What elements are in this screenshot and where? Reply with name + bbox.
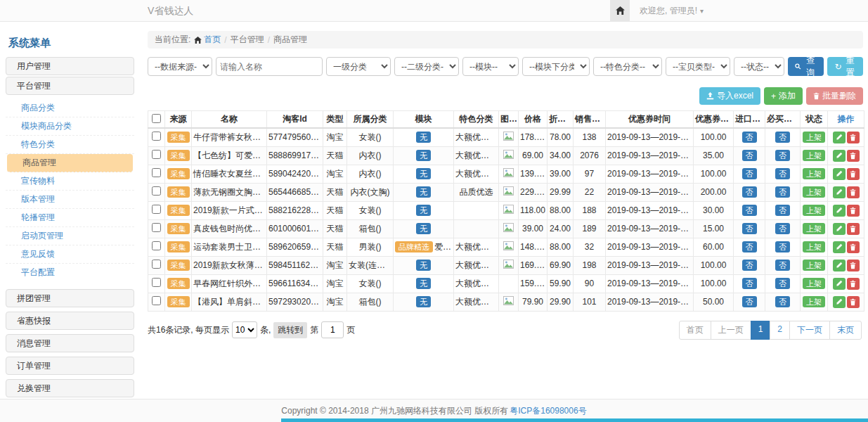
delete-button[interactable] (847, 168, 860, 180)
edit-button[interactable] (833, 260, 846, 271)
row-checkbox[interactable] (152, 278, 161, 287)
level2-select[interactable]: --二级分类-- (394, 57, 459, 76)
batch-delete-button[interactable]: 批量删除 (806, 87, 863, 105)
status-badge[interactable]: 上架 (803, 278, 825, 289)
add-button[interactable]: + 添加 (764, 87, 803, 105)
home-button[interactable] (610, 0, 630, 21)
delete-button[interactable] (847, 150, 860, 162)
sidebar-group[interactable]: 用户管理 (6, 57, 134, 75)
page-button[interactable]: 2 (770, 321, 790, 340)
row-checkbox[interactable] (152, 205, 161, 214)
module-badge[interactable]: 无 (416, 168, 431, 179)
module-badge[interactable]: 无 (416, 205, 431, 216)
row-checkbox[interactable] (152, 223, 161, 232)
import-select-badge[interactable]: 否 (742, 168, 757, 179)
import-select-badge[interactable]: 否 (742, 150, 757, 161)
status-badge[interactable]: 上架 (803, 205, 825, 216)
edit-button[interactable] (833, 132, 846, 143)
sidebar-group[interactable]: 兑换管理 (6, 379, 134, 397)
row-checkbox[interactable] (152, 168, 161, 177)
must-buy-badge[interactable]: 否 (775, 168, 790, 179)
search-button[interactable]: 查询 (788, 57, 824, 76)
module-badge[interactable]: 无 (416, 186, 431, 198)
sidebar-sublink[interactable]: 宣传物料 (6, 172, 134, 191)
edit-button[interactable] (833, 205, 846, 217)
import-select-badge[interactable]: 否 (742, 260, 757, 271)
delete-button[interactable] (847, 296, 860, 308)
module-sub-select[interactable]: --模块下分类-- (522, 57, 590, 76)
page-button[interactable]: 1 (751, 321, 771, 340)
import-select-badge[interactable]: 否 (742, 241, 757, 252)
must-buy-badge[interactable]: 否 (775, 186, 790, 198)
page-button[interactable]: 上一页 (711, 321, 751, 340)
status-badge[interactable]: 上架 (803, 241, 825, 252)
module-badge[interactable]: 无 (416, 150, 431, 161)
edit-button[interactable] (833, 278, 846, 290)
sidebar-group[interactable]: 订单管理 (6, 357, 134, 375)
status-badge[interactable]: 上架 (803, 296, 825, 307)
status-badge[interactable]: 上架 (803, 150, 825, 161)
status-badge[interactable]: 上架 (803, 168, 825, 179)
edit-button[interactable] (833, 168, 846, 180)
icp-link[interactable]: 粤ICP备16098006号 (510, 405, 586, 417)
item-type-select[interactable]: --宝贝类型-- (666, 57, 730, 76)
import-select-badge[interactable]: 否 (742, 186, 757, 198)
row-checkbox[interactable] (152, 150, 161, 159)
reset-button[interactable]: ↻ 重置 (827, 57, 863, 76)
status-select[interactable]: --状态-- (734, 57, 784, 76)
sidebar-group[interactable]: 平台管理 (6, 77, 134, 95)
edit-button[interactable] (833, 150, 846, 162)
must-buy-badge[interactable]: 否 (775, 132, 790, 143)
jump-to-button[interactable]: 跳转到 (273, 322, 307, 338)
must-buy-badge[interactable]: 否 (775, 150, 790, 161)
name-input[interactable] (216, 57, 323, 76)
must-buy-badge[interactable]: 否 (775, 241, 790, 252)
sidebar-group[interactable]: 拼团管理 (6, 289, 134, 307)
delete-button[interactable] (847, 132, 860, 143)
delete-button[interactable] (847, 205, 860, 217)
must-buy-badge[interactable]: 否 (775, 296, 790, 307)
breadcrumb-home-link[interactable]: 首页 (204, 34, 221, 46)
edit-button[interactable] (833, 296, 846, 308)
select-all-checkbox[interactable] (152, 114, 161, 123)
delete-button[interactable] (847, 278, 860, 290)
import-excel-button[interactable]: 导入excel (699, 87, 760, 105)
sidebar-sublink[interactable]: 启动页管理 (6, 227, 134, 245)
module-badge[interactable]: 无 (416, 296, 431, 307)
page-button[interactable]: 末页 (829, 321, 862, 340)
data-source-select[interactable]: --数据来源-- (148, 57, 212, 76)
delete-button[interactable] (847, 260, 860, 271)
status-badge[interactable]: 上架 (803, 260, 825, 271)
edit-button[interactable] (833, 186, 846, 198)
sidebar-group[interactable]: 消息管理 (6, 334, 134, 352)
status-badge[interactable]: 上架 (803, 132, 825, 143)
delete-button[interactable] (847, 241, 860, 253)
page-number-input[interactable] (321, 321, 344, 338)
edit-button[interactable] (833, 241, 846, 253)
import-select-badge[interactable]: 否 (742, 278, 757, 289)
module-select[interactable]: --模块-- (462, 57, 519, 76)
must-buy-badge[interactable]: 否 (775, 278, 790, 289)
module-badge[interactable]: 无 (416, 260, 431, 271)
sidebar-sublink[interactable]: 平台配置 (6, 264, 134, 282)
row-checkbox[interactable] (152, 296, 161, 305)
sidebar-sublink[interactable]: 意见反馈 (6, 245, 134, 264)
row-checkbox[interactable] (152, 241, 161, 250)
feature-select[interactable]: --特色分类-- (593, 57, 662, 76)
module-badge[interactable]: 品牌精选 (395, 241, 433, 252)
must-buy-badge[interactable]: 否 (775, 223, 790, 234)
per-page-select[interactable]: 10 (232, 321, 257, 338)
sidebar-sublink[interactable]: 版本管理 (6, 191, 134, 209)
page-button[interactable]: 首页 (679, 321, 711, 340)
delete-button[interactable] (847, 186, 860, 198)
row-checkbox[interactable] (152, 132, 161, 141)
level1-select[interactable]: 一级分类 (326, 57, 391, 76)
status-badge[interactable]: 上架 (803, 186, 825, 198)
import-select-badge[interactable]: 否 (742, 296, 757, 307)
must-buy-badge[interactable]: 否 (775, 205, 790, 216)
delete-button[interactable] (847, 223, 860, 235)
module-badge[interactable]: 无 (416, 132, 431, 143)
sidebar-sublink[interactable]: 轮播管理 (6, 209, 134, 227)
import-select-badge[interactable]: 否 (742, 205, 757, 216)
row-checkbox[interactable] (152, 186, 161, 196)
